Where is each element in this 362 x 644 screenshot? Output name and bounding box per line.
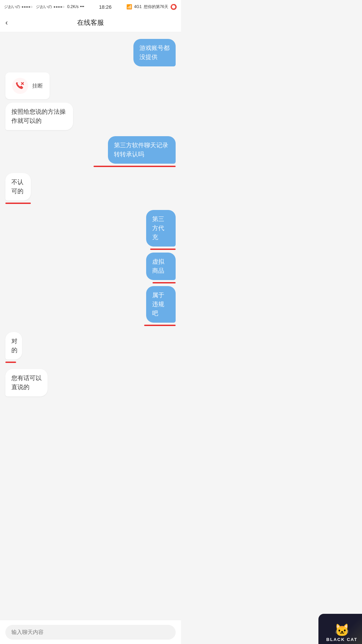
user-message-block: 游戏账号都没提供 — [115, 39, 176, 66]
agent-message-block: 挂断 按照给您说的方法操作就可以的 — [5, 72, 102, 130]
bubble-text: 虚拟商品 — [152, 258, 164, 274]
message-row: 不认可的 — [5, 173, 176, 204]
network-label: 4G1 — [134, 4, 142, 9]
carrier2-label: ジおいの — [36, 4, 52, 10]
back-button[interactable]: ‹ — [5, 18, 8, 27]
annotation-line — [144, 325, 176, 326]
user-bubble: 虚拟商品 — [146, 253, 176, 280]
bubble-text: 属于违规吧 — [152, 292, 164, 317]
bubble-text: 按照给您说的方法操作就可以的 — [11, 108, 66, 124]
bubble-text: 游戏账号都没提供 — [139, 45, 170, 60]
annotation-line — [5, 203, 31, 204]
annotation-line — [94, 166, 176, 167]
speed-label: 0.2K/s — [67, 4, 78, 9]
user-bubble: 第三方代充 — [146, 210, 176, 247]
status-time: 18:26 — [99, 4, 112, 10]
user-message-block: 第三方代充 虚拟商品 属于违规吧 — [133, 210, 176, 326]
signal-icon: 📶 — [126, 4, 132, 9]
user-bubble: 属于违规吧 — [146, 286, 176, 323]
hangup-icon — [12, 78, 28, 94]
page-title: 在线客服 — [77, 18, 104, 27]
annotation-line — [5, 362, 16, 363]
status-bar: ジおいの ●●●●○ ジおいの ●●●●○ 0.2K/s ••• 18:26 📶… — [0, 0, 181, 13]
hangup-label: 挂断 — [32, 83, 43, 90]
signal-dots1: ●●●●○ — [21, 5, 33, 9]
signal-dots2: ●●●●○ — [53, 5, 64, 9]
message-row: 第三方代充 虚拟商品 属于违规吧 — [5, 210, 176, 326]
misc-dots: ••• — [80, 4, 84, 9]
agent-message-block: 不认可的 — [5, 173, 42, 204]
status-left: ジおいの ●●●●○ ジおいの ●●●●○ 0.2K/s ••• — [4, 4, 84, 10]
agent-bubble: 对的 — [5, 332, 22, 360]
message-row: 游戏账号都没提供 — [5, 39, 176, 66]
bubble-text: 第三方代充 — [152, 216, 164, 240]
user-bubble: 游戏账号都没提供 — [133, 39, 176, 66]
annotation-line — [153, 282, 176, 283]
agent-bubble: 您有话可以直说的 — [5, 369, 48, 396]
bubble-text: 您有话可以直说的 — [11, 375, 42, 390]
user-bubble: 第三方软件聊天记录转转承认吗 — [108, 136, 176, 164]
battery-icon: ⭕ — [170, 4, 177, 10]
carrier1-label: ジおいの — [4, 4, 20, 10]
bubble-text: 第三方软件聊天记录转转承认吗 — [114, 142, 168, 158]
user-message-block: 第三方软件聊天记录转转承认吗 — [79, 136, 176, 167]
agent-bubble: 不认可的 — [5, 173, 31, 201]
chat-area: 游戏账号都没提供 挂断 按照给您说的方法操作就可以的 — [0, 32, 181, 429]
message-row: 您有话可以直说的 — [5, 369, 176, 396]
agent-bubble: 按照给您说的方法操作就可以的 — [5, 103, 73, 130]
agent-message-block: 您有话可以直说的 — [5, 369, 66, 396]
message-row: 对的 — [5, 332, 176, 363]
bubble-text: 不认可的 — [11, 179, 23, 195]
agent-message-block: 对的 — [5, 332, 29, 363]
app-header: ‹ 在线客服 — [0, 13, 181, 32]
message-row: 挂断 按照给您说的方法操作就可以的 — [5, 72, 176, 130]
annotation-line — [150, 249, 176, 250]
message-row: 第三方软件聊天记录转转承认吗 — [5, 136, 176, 167]
bubble-text: 对的 — [11, 338, 17, 354]
greeting-label: 想你的第76天 — [144, 4, 168, 10]
status-right: 📶 4G1 想你的第76天 ⭕ — [126, 4, 177, 10]
call-card: 挂断 — [5, 72, 50, 99]
